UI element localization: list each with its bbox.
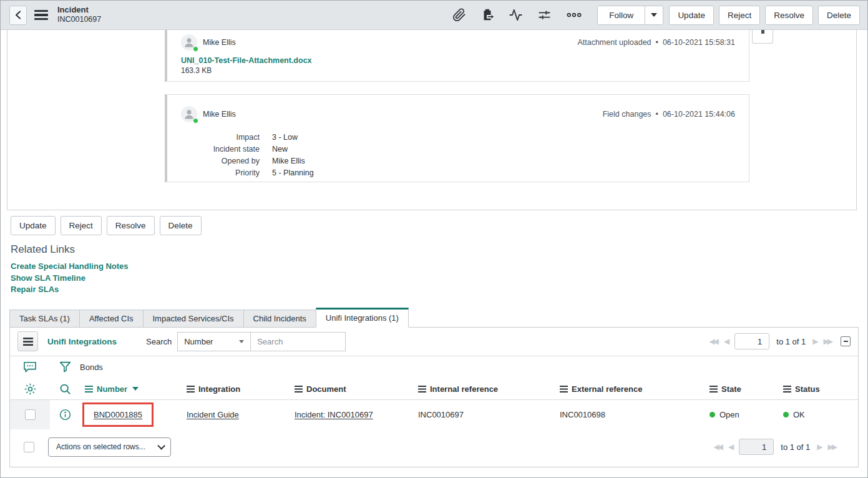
resolve-button[interactable]: Resolve xyxy=(765,6,813,25)
delete-button[interactable]: Delete xyxy=(818,6,860,25)
status-cell: OK xyxy=(783,410,858,419)
column-menu-icon xyxy=(295,386,303,393)
search-field-select[interactable]: Number xyxy=(177,332,251,351)
more-options-icon[interactable] xyxy=(566,8,582,22)
list-group-row: Bonds xyxy=(10,356,858,379)
column-label: Integration xyxy=(198,384,240,394)
column-label: Number xyxy=(97,384,127,394)
column-header-external-reference[interactable]: External reference xyxy=(560,384,710,394)
list-header: Unifi Integrations Search Number ◀◀ ◀ to… xyxy=(10,328,858,356)
prev-page-icon[interactable]: ◀ xyxy=(728,443,732,451)
state-value: Open xyxy=(719,410,739,419)
group-label: Bonds xyxy=(80,363,858,372)
chevron-down-icon xyxy=(157,442,165,450)
back-button[interactable] xyxy=(9,6,27,25)
related-link-show-sla-timeline[interactable]: Show SLA Timeline xyxy=(11,273,867,285)
select-all-checkbox[interactable] xyxy=(24,442,34,452)
column-header-number[interactable]: Number xyxy=(80,384,187,394)
field-change-row: Impact 3 - Low xyxy=(181,132,735,144)
search-input[interactable] xyxy=(250,332,346,351)
resolve-button[interactable]: Resolve xyxy=(107,216,155,235)
collapse-list-button[interactable] xyxy=(841,336,851,346)
document-link[interactable]: Incident: INC0010697 xyxy=(295,410,373,419)
delete-button[interactable]: Delete xyxy=(160,216,202,235)
field-label: Incident state xyxy=(181,144,260,155)
page-number-input[interactable] xyxy=(739,439,774,455)
column-label: State xyxy=(721,384,741,394)
page-number-input[interactable] xyxy=(734,333,769,349)
follow-dropdown-button[interactable] xyxy=(645,6,663,24)
status-dot xyxy=(710,412,715,417)
actions-select-label: Actions on selected rows... xyxy=(56,442,145,451)
highlight-box: BND0001885 xyxy=(82,402,154,427)
list-pagination-top: ◀◀ ◀ to 1 of 1 ▶ ▶▶ xyxy=(710,333,851,349)
sliders-icon[interactable] xyxy=(537,8,552,22)
field-label: Opened by xyxy=(181,155,260,167)
search-icon[interactable] xyxy=(59,383,72,396)
list-footer: Actions on selected rows... ◀◀ ◀ to 1 of… xyxy=(10,429,858,467)
next-page-icon[interactable]: ▶ xyxy=(817,443,821,451)
first-page-icon[interactable]: ◀◀ xyxy=(714,443,721,451)
tab-impacted-services-cis[interactable]: Impacted Services/CIs xyxy=(143,310,243,328)
field-change-list: Impact 3 - Low Incident state New Opened… xyxy=(181,132,735,179)
paperclip-icon[interactable] xyxy=(452,8,466,22)
related-link-create-special-handling-notes[interactable]: Create Special Handling Notes xyxy=(11,261,867,273)
context-menu-icon[interactable] xyxy=(34,10,48,20)
field-change-row: Opened by Mike Ellis xyxy=(181,155,735,167)
comment-bubble-icon[interactable] xyxy=(23,361,37,373)
form-header: Incident INC0010697 Follow Update Reject… xyxy=(1,1,867,30)
integration-link[interactable]: Incident Guide xyxy=(187,410,239,419)
next-page-icon[interactable]: ▶ xyxy=(812,338,816,345)
chevron-left-icon xyxy=(14,11,22,19)
last-page-icon[interactable]: ▶▶ xyxy=(828,443,836,451)
column-header-state[interactable]: State xyxy=(710,384,783,394)
gear-icon[interactable] xyxy=(24,383,37,396)
column-header-document[interactable]: Document xyxy=(295,384,418,394)
last-page-icon[interactable]: ▶▶ xyxy=(824,338,831,345)
column-menu-icon xyxy=(783,386,791,393)
column-header-integration[interactable]: Integration xyxy=(187,384,295,394)
tab-task-slas[interactable]: Task SLAs (1) xyxy=(9,310,79,328)
column-menu-icon xyxy=(187,386,195,393)
related-links-title: Related Links xyxy=(11,243,867,256)
activity-author: Mike Ellis xyxy=(203,110,236,119)
external-reference-cell: INC0010698 xyxy=(560,410,710,419)
column-label: Internal reference xyxy=(430,384,498,394)
update-button[interactable]: Update xyxy=(11,216,56,235)
field-value: 3 - Low xyxy=(272,132,735,144)
search-field-selected: Number xyxy=(184,337,213,346)
column-header-status[interactable]: Status xyxy=(783,384,858,394)
activity-entry-attachment: Mike Ellis Attachment uploaded • 06-10-2… xyxy=(165,30,749,82)
menu-icon xyxy=(23,338,33,346)
related-link-repair-slas[interactable]: Repair SLAs xyxy=(11,284,867,296)
info-icon[interactable] xyxy=(59,408,72,421)
activity-action: Field changes xyxy=(603,110,651,119)
related-links-list: Create Special Handling Notes Show SLA T… xyxy=(11,261,867,296)
follow-button[interactable]: Follow xyxy=(598,6,645,24)
table-row: BND0001885 Incident Guide Incident: INC0… xyxy=(10,400,858,429)
tab-affected-cis[interactable]: Affected CIs xyxy=(79,310,143,328)
column-menu-icon xyxy=(85,386,93,393)
row-checkbox[interactable] xyxy=(25,409,36,420)
column-header-internal-reference[interactable]: Internal reference xyxy=(418,384,560,394)
reject-button[interactable]: Reject xyxy=(719,6,760,25)
attachment-file-link[interactable]: UNI_010-Test-File-Attachment.docx xyxy=(181,56,312,65)
list-menu-button[interactable] xyxy=(17,331,38,351)
tab-unifi-integrations[interactable]: Unifi Integrations (1) xyxy=(316,308,409,328)
prev-page-icon[interactable]: ◀ xyxy=(724,338,728,345)
activity-timestamp: 06-10-2021 15:58:31 xyxy=(663,38,735,47)
column-label: Document xyxy=(306,384,346,394)
record-number-link[interactable]: BND0001885 xyxy=(94,410,142,419)
update-button[interactable]: Update xyxy=(669,6,714,25)
activity-stream-icon[interactable] xyxy=(509,8,523,22)
actions-on-selected-rows-select[interactable]: Actions on selected rows... xyxy=(48,437,171,457)
tab-child-incidents[interactable]: Child Incidents xyxy=(243,310,316,328)
presence-dot xyxy=(193,118,198,124)
reject-button[interactable]: Reject xyxy=(61,216,102,235)
list-title[interactable]: Unifi Integrations xyxy=(47,337,117,346)
filter-funnel-icon[interactable] xyxy=(59,361,72,374)
status-dot xyxy=(783,412,789,417)
activity-filter-button-partial[interactable] xyxy=(752,30,773,44)
clipboard-export-icon[interactable] xyxy=(480,8,494,22)
first-page-icon[interactable]: ◀◀ xyxy=(710,338,717,345)
